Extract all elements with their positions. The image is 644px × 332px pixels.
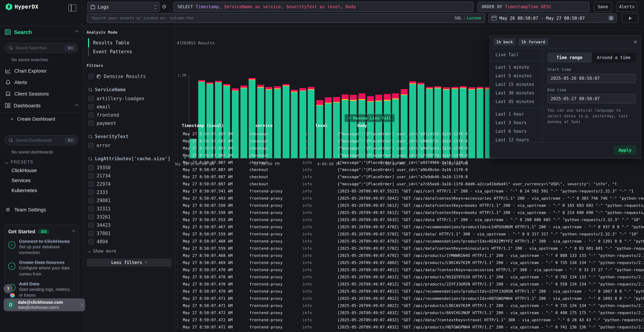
resume-live-tail-button[interactable]: ⚡ Resume Live Tail xyxy=(344,114,395,122)
sidebar-collapse-icon[interactable] xyxy=(68,4,76,12)
filter-value-row[interactable]: 33261 xyxy=(86,213,172,221)
table-row[interactable]: 〉May 27 8:50:07.470 AMfrontend-proxyinfo… xyxy=(175,280,644,288)
order-by-editor[interactable]: ORDER BY TimestampTime DESC xyxy=(478,2,589,12)
checkbox[interactable] xyxy=(88,165,94,170)
table-row[interactable]: 〉May 27 8:50:07.887 AMcheckoutinfo{"mess… xyxy=(175,166,644,173)
row-expand-chevron[interactable]: 〉 xyxy=(175,232,183,236)
tab-time-range[interactable]: Time range xyxy=(548,52,592,62)
row-expand-chevron[interactable]: 〉 xyxy=(175,324,183,330)
sql-select-editor[interactable]: SELECT Timestamp, ServiceName as service… xyxy=(174,2,473,12)
row-expand-chevron[interactable]: 〉 xyxy=(175,188,183,194)
table-row[interactable]: 〉May 27 8:50:07.493 AMfrontend-proxyinfo… xyxy=(175,194,644,202)
row-expand-chevron[interactable]: 〉 xyxy=(175,289,183,294)
row-expand-chevron[interactable]: 〉 xyxy=(175,274,183,280)
column-resize-handle[interactable]: ⋮ xyxy=(310,123,314,128)
table-row[interactable]: 〉May 27 8:50:07.468 AMfrontend-proxyinfo… xyxy=(175,238,644,245)
table-row[interactable]: 〉May 27 8:50:07.467 AMfrontend-proxyinfo… xyxy=(175,223,644,230)
table-row[interactable]: 〉May 27 8:50:07.472 AMfrontend-proxyinfo… xyxy=(175,316,644,324)
presets-toggle[interactable]: PRESETS xyxy=(5,160,83,164)
filter-value-row[interactable]: 37801 xyxy=(86,229,172,238)
show-more-toggle[interactable]: Show more xyxy=(86,246,172,254)
row-expand-chevron[interactable]: 〉 xyxy=(175,167,183,172)
row-expand-chevron[interactable]: 〉 xyxy=(175,296,183,301)
table-row[interactable]: 〉May 27 8:50:07.887 AMcheckoutinfo{"mess… xyxy=(175,180,644,188)
row-expand-chevron[interactable]: 〉 xyxy=(175,217,183,222)
checkbox[interactable] xyxy=(88,214,94,220)
filter-group-header[interactable]: LogAttributes['cache.size'] xyxy=(86,155,172,164)
quick-range-option[interactable]: Live Tail xyxy=(490,50,542,59)
row-expand-chevron[interactable]: 〉 xyxy=(175,303,183,308)
get-started-item[interactable]: ✓Create Data SourcesConfigure where your… xyxy=(8,260,75,277)
get-started-item[interactable]: ✓Add DataStart sending logs, metrics, or… xyxy=(8,281,75,298)
checkbox[interactable] xyxy=(88,239,94,244)
create-dashboard-button[interactable]: + Create Dashboard xyxy=(0,114,83,124)
denoise-results-filter[interactable]: Denoise Results xyxy=(86,72,172,80)
row-expand-chevron[interactable]: 〉 xyxy=(175,317,183,322)
col-service[interactable]: service xyxy=(255,123,308,128)
table-row[interactable]: 〉May 27 8:50:07.470 AMfrontend-proxyinfo… xyxy=(175,273,644,280)
less-filters-button[interactable]: Less filters xyxy=(86,259,172,266)
table-row[interactable]: 〉May 27 8:50:07.473 AMfrontend-proxyinfo… xyxy=(175,330,644,332)
back-1h-button[interactable]: 1h back xyxy=(494,38,516,46)
apply-button[interactable]: Apply xyxy=(614,146,636,155)
filter-value-row[interactable]: 19350 xyxy=(86,164,172,172)
table-row[interactable]: 〉May 27 8:50:07.472 AMfrontend-proxyinfo… xyxy=(175,309,644,316)
filter-value-row[interactable]: error xyxy=(86,141,172,150)
preset-item-services[interactable]: Services xyxy=(0,175,83,185)
row-expand-chevron[interactable]: 〉 xyxy=(175,282,183,286)
sidebar-item-alerts[interactable]: Alerts xyxy=(0,76,83,88)
end-time-input[interactable] xyxy=(548,94,636,104)
row-expand-chevron[interactable]: 〉 xyxy=(175,131,183,136)
checkbox[interactable] xyxy=(88,182,94,187)
preset-item-kubernetes[interactable]: Kubernetes xyxy=(0,185,83,195)
table-row[interactable]: 〉May 27 8:50:07.468 AMfrontend-proxyinfo… xyxy=(175,252,644,259)
checkbox[interactable] xyxy=(88,74,94,79)
checkbox[interactable] xyxy=(88,112,94,118)
checkbox[interactable] xyxy=(88,206,94,212)
row-expand-chevron[interactable]: 〉 xyxy=(175,138,183,144)
table-row[interactable]: 〉May 27 8:50:07.550 AMfrontend-proxyinfo… xyxy=(175,202,644,209)
saved-searches-input[interactable] xyxy=(15,45,63,51)
save-button[interactable]: Save xyxy=(594,2,612,12)
quick-range-option[interactable]: Last 45 minutes xyxy=(490,97,542,106)
col-level[interactable]: level xyxy=(315,123,350,128)
table-row[interactable]: 〉May 27 8:50:07.472 AMfrontend-proxyinfo… xyxy=(175,324,644,330)
table-row[interactable]: 〉May 27 8:50:07.553 AMfrontend-proxyinfo… xyxy=(175,216,644,223)
row-expand-chevron[interactable]: 〉 xyxy=(175,182,183,186)
source-settings-gear-icon[interactable]: ⚙ xyxy=(162,4,166,10)
row-expand-chevron[interactable]: 〉 xyxy=(175,253,183,258)
table-row[interactable]: 〉May 27 8:50:07.550 AMfrontend-proxyinfo… xyxy=(175,209,644,216)
checkbox[interactable] xyxy=(88,143,94,148)
table-row[interactable]: 〉May 27 8:50:07.559 AMfrontend-proxyinfo… xyxy=(175,245,644,252)
sidebar-item-team-settings[interactable]: ⚙ Team Settings xyxy=(0,204,83,215)
table-row[interactable]: 〉May 27 8:50:07.887 AMcheckoutinfo{"mess… xyxy=(175,159,644,166)
filter-value-row[interactable]: 34423 xyxy=(86,221,172,229)
filter-value-row[interactable]: payment xyxy=(86,119,172,127)
sidebar-item-client-sessions[interactable]: Client Sessions xyxy=(0,88,83,100)
filter-value-row[interactable]: 21734 xyxy=(86,172,172,180)
checkbox[interactable] xyxy=(88,198,94,203)
run-query-button[interactable] xyxy=(622,13,639,23)
checkbox[interactable] xyxy=(88,173,94,178)
column-resize-handle[interactable]: ⋮ xyxy=(352,123,356,128)
checkbox[interactable] xyxy=(88,190,94,195)
table-row[interactable]: 〉May 27 8:50:07.470 AMfrontend-proxyinfo… xyxy=(175,266,644,273)
get-started-item[interactable]: ✓Connect to ClickHouseSet up your databa… xyxy=(8,238,75,256)
filter-value-row[interactable]: 4894 xyxy=(86,238,172,246)
chevron-up-icon[interactable] xyxy=(72,230,75,233)
alerts-button[interactable]: Alerts xyxy=(616,2,637,12)
mode-event-patterns[interactable]: Event Patterns xyxy=(86,47,172,56)
checkbox[interactable] xyxy=(88,96,94,101)
row-expand-chevron[interactable]: 〉 xyxy=(175,238,183,244)
checkbox[interactable] xyxy=(88,120,94,126)
mode-results-table[interactable]: Results Table xyxy=(86,38,172,47)
saved-dashboards-input[interactable] xyxy=(15,138,63,143)
filter-value-row[interactable]: artillery-loadgen xyxy=(86,94,172,103)
row-expand-chevron[interactable]: 〉 xyxy=(175,146,183,150)
quick-range-option[interactable]: Last 5 minutes xyxy=(490,72,542,80)
sidebar-item-chart-explorer[interactable]: Chart Explorer xyxy=(0,65,83,76)
brand[interactable]: HyperDX xyxy=(6,3,38,10)
filter-value-row[interactable]: email xyxy=(86,103,172,111)
checkbox[interactable] xyxy=(88,104,94,110)
table-row[interactable]: 〉May 27 8:50:07.887 AMcheckoutinfo{"mess… xyxy=(175,173,644,180)
